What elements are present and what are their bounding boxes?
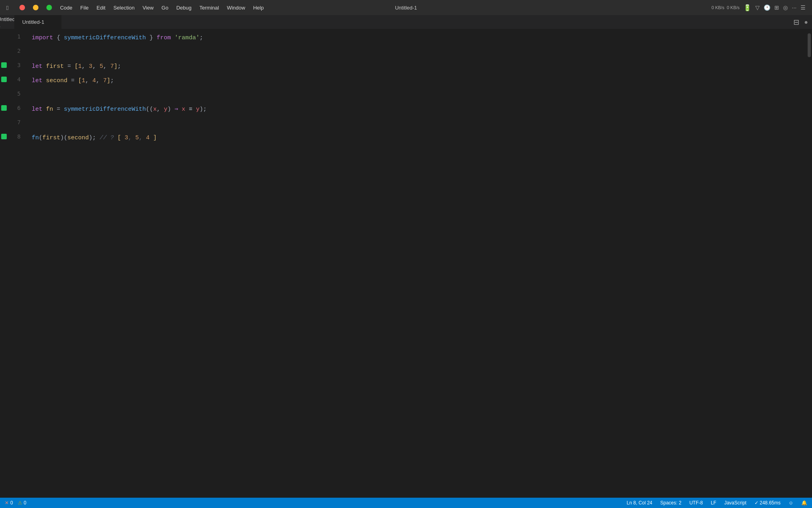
comment-5: 5: [135, 131, 139, 145]
code-line-2: [32, 45, 806, 60]
keyword-let-4: let: [32, 74, 42, 88]
menu-code[interactable]: Code: [60, 5, 72, 11]
comma-3a: ,: [82, 60, 89, 74]
comment-bracket-open: [: [117, 131, 124, 145]
menu-file[interactable]: File: [80, 5, 89, 11]
var-first: first: [46, 60, 64, 74]
code-editor[interactable]: import { symmetricDifferenceWith } from …: [28, 29, 806, 498]
num-7-4: 7: [103, 74, 107, 88]
bp-1: [0, 34, 8, 39]
space-6a: [42, 102, 46, 117]
titlebar:  Code File Edit Selection View Go Debug…: [0, 0, 812, 15]
more-actions-icon[interactable]: ●: [804, 19, 808, 26]
menu-window[interactable]: Window: [227, 5, 245, 11]
traffic-minimize[interactable]: [33, 5, 38, 10]
import-name: symmetricDifferenceWith: [64, 31, 146, 45]
arg-second-8: second: [67, 131, 89, 145]
code-line-7: [32, 117, 806, 131]
line-num-4: 4: [8, 76, 25, 83]
language-mode[interactable]: JavaScript: [724, 500, 747, 506]
vertical-scrollbar[interactable]: [806, 29, 812, 498]
menu-terminal[interactable]: Terminal: [199, 5, 219, 11]
arrow-6: ⇒: [174, 102, 178, 117]
menu-edit[interactable]: Edit: [97, 5, 105, 11]
bp-3: [0, 62, 8, 68]
line-num-8: 8: [8, 133, 25, 140]
space: [171, 31, 174, 45]
active-tab[interactable]: Untitled-1: [14, 15, 62, 29]
apple-icon[interactable]: : [6, 4, 8, 11]
bell-icon[interactable]: 🔔: [801, 500, 807, 506]
bp-4: [0, 77, 8, 82]
bracket-close-3: ]: [114, 60, 117, 74]
smiley-icon[interactable]: ☺: [789, 500, 793, 506]
gutter-row-4: 4: [0, 72, 28, 87]
string-ramda: 'ramda': [174, 31, 199, 45]
spotlight-icon: ◎: [783, 4, 788, 11]
file-title-area: Untitled-1: [0, 15, 14, 29]
line-num-2: 2: [8, 48, 25, 54]
scrollbar-thumb[interactable]: [808, 33, 811, 57]
indentation[interactable]: Spaces: 2: [660, 500, 681, 506]
num-3-3: 3: [89, 60, 92, 74]
bp-7: [0, 119, 8, 125]
tab-label: Untitled-1: [22, 19, 44, 25]
keyword-let-3: let: [32, 60, 42, 74]
traffic-close[interactable]: [19, 5, 25, 10]
eq-6: =: [53, 102, 64, 117]
status-bar: ✕ 0 ⚠ 0 Ln 8, Col 24 Spaces: 2 UTF-8 LF …: [0, 498, 812, 508]
titlebar-right: 0 KB/s 0 KB/s 🔋 ▽ 🕐 ⊞ ◎ ··· ☰: [712, 4, 806, 12]
error-count[interactable]: ✕ 0 ⚠ 0: [5, 500, 26, 506]
space-6d: [185, 102, 189, 117]
param-x: x: [153, 102, 157, 117]
space-6c: [178, 102, 182, 117]
menu-view[interactable]: View: [142, 5, 153, 11]
line-num-6: 6: [8, 105, 25, 111]
comma-4a: ,: [85, 74, 92, 88]
error-number: 0: [10, 500, 13, 506]
comma-3c: ,: [103, 60, 110, 74]
bp-8: [0, 134, 8, 139]
menu-help[interactable]: Help: [253, 5, 264, 11]
num-1-3: 1: [78, 60, 82, 74]
window-title: Untitled-1: [395, 5, 417, 11]
space-4a: [42, 74, 46, 88]
line-ending[interactable]: LF: [711, 500, 716, 506]
file-encoding[interactable]: UTF-8: [689, 500, 703, 506]
semicolon-8: ;: [92, 131, 100, 145]
error-icon: ✕: [5, 500, 9, 506]
line-num-3: 3: [8, 62, 25, 68]
paren-8c: (: [64, 131, 67, 145]
network-speed: 0 KB/s 0 KB/s: [712, 5, 740, 10]
code-line-4: let second = [ 1 , 4 , 7 ] ;: [32, 74, 806, 88]
paren-6c: ): [167, 102, 171, 117]
num-5-3: 5: [100, 60, 103, 74]
editor-main: 1 2 3 4 5: [0, 29, 812, 498]
bp-6: [0, 105, 8, 111]
menu-debug[interactable]: Debug: [176, 5, 192, 11]
line-num-5: 5: [8, 90, 25, 97]
warning-icon: ⚠: [18, 500, 22, 506]
split-editor-icon[interactable]: ⊟: [793, 18, 799, 27]
line-num-1: 1: [8, 33, 25, 40]
comment-comma-a: ,: [128, 131, 135, 145]
paren-8d: ): [89, 131, 92, 145]
traffic-maximize[interactable]: [46, 5, 52, 10]
warning-number: 0: [24, 500, 27, 506]
code-line-1: import { symmetricDifferenceWith } from …: [32, 31, 806, 45]
num-7-3: 7: [110, 60, 114, 74]
space-3a: [42, 60, 46, 74]
code-line-3: let first = [ 1 , 3 , 5 , 7 ] ;: [32, 60, 806, 74]
timing-badge: ✓ 248.65ms: [755, 500, 781, 506]
code-line-6: let fn = symmetricDifferenceWith ( ( x ,…: [32, 102, 806, 117]
semicolon-6: ;: [203, 102, 207, 117]
menu-go[interactable]: Go: [161, 5, 168, 11]
keyword-from: from: [157, 31, 171, 45]
menu-selection[interactable]: Selection: [113, 5, 134, 11]
cursor-position[interactable]: Ln 8, Col 24: [627, 500, 653, 506]
var-fn: fn: [46, 102, 53, 117]
bracket-open-3: [: [75, 60, 78, 74]
paren-6b: (: [149, 102, 153, 117]
gutter-row-6: 6: [0, 101, 28, 115]
comment-comma-b: ,: [139, 131, 146, 145]
